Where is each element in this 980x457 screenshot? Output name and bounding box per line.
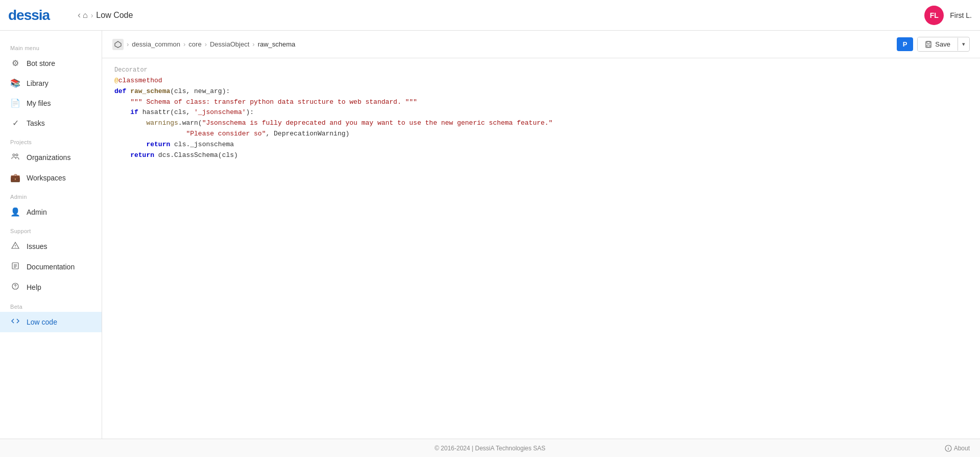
code-hasattr: hasattr(cls, '_jsonschema'): [142,108,254,116]
breadcrumb-item-dessiaobject[interactable]: DessiaObject [210,40,249,48]
code-warn-call: .warn("Jsonschema is fully deprecated an… [178,119,553,127]
sidebar-item-label-help: Help [27,283,41,291]
main-content: › dessia_common › core › DessiaObject › … [102,31,980,439]
user-name[interactable]: First L. [950,11,972,19]
sidebar-item-label-tasks: Tasks [27,119,45,127]
bot-store-icon: ⚙ [10,58,20,68]
topbar-nav: ⌂ › Low Code [83,11,924,20]
breadcrumb-sep-1: › [183,40,185,48]
sidebar-item-workspaces[interactable]: 💼 Workspaces [0,168,102,188]
layout: Main menu ⚙ Bot store 📚 Library 📄 My fil… [0,31,980,439]
breadcrumb-item-raw-schema[interactable]: raw_schema [258,40,296,48]
sidebar-item-label-issues: Issues [27,242,47,250]
sidebar-item-label-library: Library [27,79,49,87]
sidebar-item-library[interactable]: 📚 Library [0,73,102,93]
breadcrumb-actions: P Save ▾ [897,37,970,52]
code-dcs-classschema: dcs.ClassSchema(cls) [154,151,238,159]
save-button-group: Save ▾ [917,37,970,52]
sidebar-item-tasks[interactable]: ✓ Tasks [0,113,102,133]
sidebar-item-help[interactable]: Help [0,277,102,298]
breadcrumb-start-icon [112,39,124,50]
low-code-icon [10,317,20,327]
save-dropdown-button[interactable]: ▾ [958,38,969,51]
sidebar-section-admin: Admin [0,188,102,202]
sidebar-section-beta: Beta [0,298,102,312]
nav-page-title: Low Code [96,11,133,20]
sidebar-item-organizations[interactable]: Organizations [0,147,102,168]
sidebar-item-issues[interactable]: Issues [0,236,102,257]
svg-point-17 [948,446,948,447]
topbar-right: FL First L. [924,6,972,25]
save-label: Save [935,40,950,48]
breadcrumb-sep-0: › [127,40,129,48]
code-area[interactable]: Decorator @classmethod def raw_schema(cl… [102,58,980,439]
sidebar-item-bot-store[interactable]: ⚙ Bot store [0,53,102,73]
sidebar-item-label-organizations: Organizations [27,153,70,162]
code-docstring: """ Schema of class: transfer python dat… [130,98,417,106]
svg-point-0 [13,154,15,156]
sidebar-item-label-workspaces: Workspaces [27,174,66,182]
code-cls-jsonschema: cls._jsonschema [170,141,234,148]
library-icon: 📚 [10,78,20,88]
breadcrumb-bar: › dessia_common › core › DessiaObject › … [102,31,980,58]
about-icon [945,445,952,452]
footer: © 2016-2024 | DessiA Technologies SAS Ab… [0,439,980,457]
logo-text: dessia [8,7,50,24]
sidebar-item-my-files[interactable]: 📄 My files [0,93,102,113]
nav-separator-1: › [91,11,93,19]
sidebar-item-label-admin: Admin [27,208,47,216]
sidebar-item-documentation[interactable]: Documentation [0,257,102,277]
code-block: @classmethod def raw_schema(cls, new_arg… [102,76,980,173]
code-if: if [130,108,138,116]
documentation-icon [10,262,20,272]
code-funcname: raw_schema [130,87,170,95]
code-decorator: @classmethod [114,77,162,84]
breadcrumb-sep-3: › [252,40,254,48]
admin-icon: 👤 [10,207,20,217]
my-files-icon: 📄 [10,98,20,108]
avatar[interactable]: FL [924,6,944,25]
sidebar-item-label-my-files: My files [27,99,51,107]
svg-rect-14 [927,45,930,47]
sidebar-section-main-menu: Main menu [0,39,102,53]
about-label: About [954,445,970,452]
avatar-initials: FL [930,11,939,19]
sidebar-section-projects: Projects [0,133,102,147]
code-return-json: return [146,141,170,148]
sidebar: Main menu ⚙ Bot store 📚 Library 📄 My fil… [0,31,102,439]
code-warn-msg2: "Please consider so" [186,130,266,138]
home-icon[interactable]: ⌂ [83,11,88,20]
code-classmethod: classmethod [118,77,162,84]
code-return-dcs: return [130,151,154,159]
code-warn-end: , DeprecationWarning) [266,130,349,138]
sidebar-item-label-bot-store: Bot store [27,59,55,67]
breadcrumb-sep-2: › [205,40,207,48]
svg-marker-11 [115,41,121,48]
workspaces-icon: 💼 [10,173,20,182]
breadcrumb-item-dessia-common[interactable]: dessia_common [132,40,180,48]
logo[interactable]: dessia [8,7,69,24]
svg-point-1 [16,154,18,156]
p-button[interactable]: P [897,37,914,51]
sidebar-item-label-documentation: Documentation [27,263,75,271]
svg-point-10 [15,287,15,288]
sidebar-item-label-low-code: Low code [27,318,57,326]
svg-point-4 [15,247,15,247]
code-warnings: warnings [146,119,178,127]
organizations-icon [10,152,20,163]
decorator-label: Decorator [102,58,980,76]
sidebar-section-support: Support [0,222,102,236]
save-main-button[interactable]: Save [918,37,958,51]
tasks-icon: ✓ [10,118,20,128]
help-icon [10,282,20,292]
sidebar-item-low-code[interactable]: Low code [0,312,102,332]
sidebar-item-admin[interactable]: 👤 Admin [0,202,102,222]
nav-back-button[interactable]: ‹ [78,10,81,20]
copyright: © 2016-2024 | DessiA Technologies SAS [435,445,545,452]
breadcrumb-item-core[interactable]: core [188,40,201,48]
topbar: dessia ‹ ⌂ › Low Code FL First L. [0,0,980,31]
issues-icon [10,241,20,252]
code-def: def [114,87,126,95]
footer-about[interactable]: About [945,445,970,452]
code-funcparams: (cls, new_arg): [170,87,230,95]
